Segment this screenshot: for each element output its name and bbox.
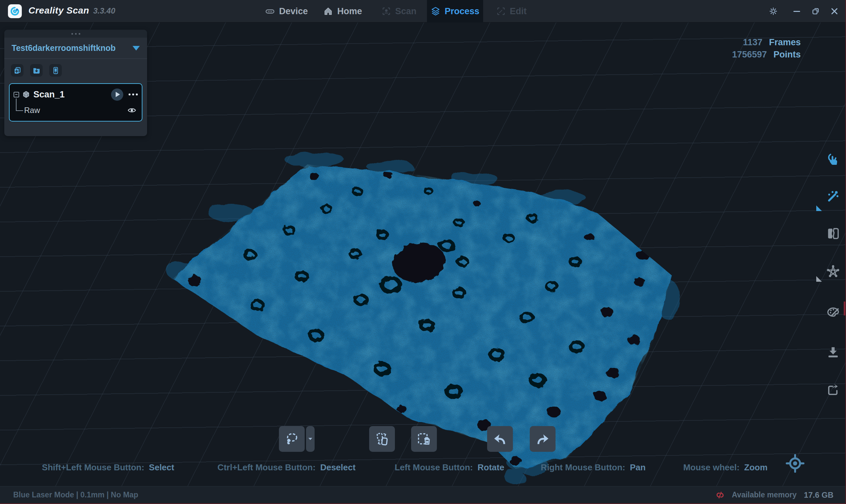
touch-select-icon <box>826 152 840 166</box>
delete-selection-button[interactable] <box>411 426 437 452</box>
minimize-button[interactable] <box>792 6 802 16</box>
frames-value: 1137 <box>743 37 762 47</box>
titlebar: Creality Scan 3.3.40 Device Home Scan <box>0 0 846 22</box>
share-icon <box>826 383 840 397</box>
invert-selection-button[interactable] <box>369 426 395 452</box>
magic-wand-icon <box>826 189 840 203</box>
frames-stat: 1137Frames <box>732 36 801 49</box>
redo-icon <box>535 432 550 446</box>
palette-tool[interactable] <box>826 305 840 319</box>
mesh-star-tool[interactable] <box>826 264 840 278</box>
hint-deselect: Ctrl+Left Mouse Button:Deselect <box>217 462 356 473</box>
touch-select-tool[interactable] <box>826 152 840 166</box>
chevron-down-icon <box>307 436 314 442</box>
close-button[interactable] <box>829 6 840 16</box>
palette-icon <box>826 305 840 319</box>
project-actions <box>4 59 147 81</box>
lasso-dropdown-button[interactable] <box>306 426 315 452</box>
visibility-eye-icon[interactable] <box>127 106 137 115</box>
redo-button[interactable] <box>530 426 556 452</box>
status-bar: Blue Laser Mode | 0.1mm | No Map Availab… <box>0 486 846 503</box>
tab-process[interactable]: Process <box>427 0 483 22</box>
play-icon <box>116 92 120 97</box>
memory-label: Available memory <box>732 490 797 499</box>
download-icon <box>826 345 840 359</box>
split-icon <box>826 227 840 240</box>
wand-flyout-indicator[interactable] <box>816 205 822 211</box>
star-flyout-indicator[interactable] <box>816 276 822 282</box>
hint-select: Shift+Left Mouse Button:Select <box>42 462 174 473</box>
tab-scan: Scan <box>371 0 427 22</box>
delete-selection-icon <box>417 432 431 446</box>
tab-device[interactable]: Device <box>259 0 315 22</box>
hint-action: Zoom <box>744 462 768 472</box>
hint-action: Rotate <box>477 462 504 472</box>
tab-label: Device <box>279 6 308 17</box>
nav-tabs: Device Home Scan Process <box>259 0 539 22</box>
undo-button[interactable] <box>487 426 513 452</box>
tab-edit: Edit <box>483 0 539 22</box>
hint-keys: Right Mouse Button: <box>541 462 625 472</box>
app-version: 3.3.40 <box>93 6 115 16</box>
lasso-select-button[interactable] <box>279 426 305 452</box>
panel-drag-handle[interactable] <box>4 30 147 38</box>
hint-zoom: Mouse wheel:Zoom <box>683 462 768 473</box>
hint-keys: Left Mouse Button: <box>394 462 473 472</box>
points-label: Points <box>773 50 801 59</box>
raw-layer-label: Raw <box>24 106 127 115</box>
scan-item-card[interactable]: Scan_1 Raw <box>9 83 142 122</box>
minimize-icon <box>792 7 801 16</box>
hint-action: Select <box>149 462 175 472</box>
scan-stats: 1137Frames 1756597Points <box>732 36 801 61</box>
new-project-icon <box>13 66 21 75</box>
tab-label: Process <box>444 6 479 17</box>
app-title: Creality Scan <box>29 5 89 16</box>
hint-rotate: Left Mouse Button:Rotate <box>394 462 504 473</box>
frames-label: Frames <box>769 37 801 47</box>
disconnected-link-icon <box>716 490 725 500</box>
import-folder-icon <box>32 66 41 75</box>
scan-mode-status: Blue Laser Mode | 0.1mm | No Map <box>13 490 716 499</box>
split-tool[interactable] <box>826 226 840 241</box>
settings-button[interactable] <box>768 6 778 16</box>
tab-label: Edit <box>510 6 527 17</box>
download-tool[interactable] <box>826 345 840 359</box>
lasso-icon <box>284 432 299 446</box>
scan-row: Scan_1 <box>14 86 138 103</box>
tab-home[interactable]: Home <box>315 0 371 22</box>
device-files-button[interactable] <box>49 64 62 77</box>
more-options-button[interactable] <box>128 93 138 95</box>
new-project-button[interactable] <box>11 64 23 77</box>
tab-label: Scan <box>395 6 417 17</box>
mesh-star-icon <box>826 264 840 278</box>
hint-action: Deselect <box>320 462 356 472</box>
project-name: Test6darkerroomshiftknob <box>12 43 133 53</box>
restore-icon <box>811 7 820 16</box>
hint-keys: Shift+Left Mouse Button: <box>42 462 144 472</box>
device-icon <box>265 6 275 16</box>
raw-row[interactable]: Raw <box>14 103 138 118</box>
points-value: 1756597 <box>732 50 767 59</box>
scan-name: Scan_1 <box>33 90 111 100</box>
edit-icon <box>496 6 506 16</box>
close-icon <box>830 7 839 16</box>
recenter-compass-icon[interactable] <box>786 454 805 473</box>
gear-icon <box>769 7 778 16</box>
project-selector[interactable]: Test6darkerroomshiftknob <box>4 38 147 59</box>
import-project-button[interactable] <box>30 64 42 77</box>
scan-icon <box>381 6 391 16</box>
hint-keys: Ctrl+Left Mouse Button: <box>217 462 316 472</box>
collapse-toggle-icon[interactable] <box>14 92 19 97</box>
caret-down-icon <box>133 46 140 51</box>
share-tool[interactable] <box>826 383 840 397</box>
home-icon <box>323 6 333 16</box>
restore-button[interactable] <box>811 6 821 16</box>
process-icon <box>430 6 441 16</box>
play-button[interactable] <box>111 89 123 101</box>
undo-icon <box>493 432 507 446</box>
magic-wand-tool[interactable] <box>826 189 840 203</box>
points-stat: 1756597Points <box>732 49 801 61</box>
tab-label: Home <box>337 6 362 17</box>
window-controls <box>768 0 840 22</box>
memory-value: 17.6 GB <box>804 490 833 500</box>
